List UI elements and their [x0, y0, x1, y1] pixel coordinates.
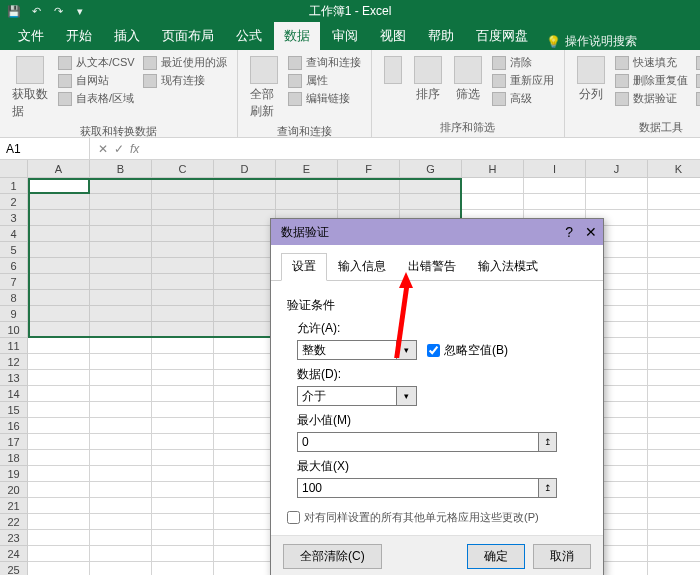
cell[interactable]	[648, 562, 700, 575]
tab-ime-mode[interactable]: 输入法模式	[467, 253, 549, 280]
cell[interactable]	[28, 242, 90, 258]
col-header[interactable]: J	[586, 160, 648, 178]
cell[interactable]	[214, 194, 276, 210]
cell[interactable]	[648, 498, 700, 514]
cancel-button[interactable]: 取消	[533, 544, 591, 569]
cell[interactable]	[90, 210, 152, 226]
cell[interactable]	[276, 178, 338, 194]
cell[interactable]	[214, 210, 276, 226]
redo-icon[interactable]: ↷	[50, 3, 66, 19]
cell[interactable]	[214, 322, 276, 338]
col-header[interactable]: F	[338, 160, 400, 178]
row-header[interactable]: 20	[0, 482, 28, 498]
tab-data[interactable]: 数据	[274, 22, 320, 50]
cell[interactable]	[28, 370, 90, 386]
cell[interactable]	[214, 450, 276, 466]
row-headers[interactable]: 1234567891011121314151617181920212223242…	[0, 178, 28, 575]
cell[interactable]	[152, 242, 214, 258]
manage-model-button[interactable]: 管理数	[694, 90, 700, 107]
row-header[interactable]: 15	[0, 402, 28, 418]
sort-button[interactable]: 排序	[410, 54, 446, 105]
existing-conn-button[interactable]: 现有连接	[141, 72, 229, 89]
data-validation-button[interactable]: 数据验证	[613, 90, 690, 107]
cell[interactable]	[214, 434, 276, 450]
tab-baidu[interactable]: 百度网盘	[466, 22, 538, 50]
cell[interactable]	[648, 210, 700, 226]
cell[interactable]	[214, 386, 276, 402]
cell[interactable]	[152, 466, 214, 482]
row-header[interactable]: 17	[0, 434, 28, 450]
col-header[interactable]: K	[648, 160, 700, 178]
row-header[interactable]: 4	[0, 226, 28, 242]
cell[interactable]	[152, 562, 214, 575]
cell[interactable]	[28, 498, 90, 514]
cell[interactable]	[214, 418, 276, 434]
cell[interactable]	[90, 546, 152, 562]
cell[interactable]	[214, 290, 276, 306]
cell[interactable]	[524, 178, 586, 194]
cell[interactable]	[90, 562, 152, 575]
cell[interactable]	[90, 242, 152, 258]
chevron-down-icon[interactable]: ▾	[397, 386, 417, 406]
cell[interactable]	[648, 242, 700, 258]
cell[interactable]	[90, 466, 152, 482]
cell[interactable]	[28, 450, 90, 466]
cell[interactable]	[648, 258, 700, 274]
cell[interactable]	[648, 530, 700, 546]
cell[interactable]	[214, 530, 276, 546]
cell[interactable]	[214, 338, 276, 354]
cell[interactable]	[214, 562, 276, 575]
cell[interactable]	[214, 178, 276, 194]
cell[interactable]	[214, 274, 276, 290]
cell[interactable]	[214, 546, 276, 562]
cell[interactable]	[28, 194, 90, 210]
remove-dup-button[interactable]: 删除重复值	[613, 72, 690, 89]
cell[interactable]	[28, 226, 90, 242]
cell[interactable]	[90, 274, 152, 290]
from-table-button[interactable]: 自表格/区域	[56, 90, 137, 107]
cell[interactable]	[90, 370, 152, 386]
cell[interactable]	[214, 258, 276, 274]
cell[interactable]	[28, 354, 90, 370]
tab-home[interactable]: 开始	[56, 22, 102, 50]
cell[interactable]	[28, 546, 90, 562]
recent-sources-button[interactable]: 最近使用的源	[141, 54, 229, 71]
cell[interactable]	[648, 482, 700, 498]
row-header[interactable]: 8	[0, 290, 28, 306]
cell[interactable]	[214, 370, 276, 386]
cell[interactable]	[648, 386, 700, 402]
cell[interactable]	[648, 322, 700, 338]
tab-review[interactable]: 审阅	[322, 22, 368, 50]
row-header[interactable]: 9	[0, 306, 28, 322]
cell[interactable]	[28, 210, 90, 226]
cell[interactable]	[648, 434, 700, 450]
cell[interactable]	[90, 178, 152, 194]
cell[interactable]	[648, 466, 700, 482]
cell[interactable]	[586, 194, 648, 210]
tab-view[interactable]: 视图	[370, 22, 416, 50]
cell[interactable]	[214, 242, 276, 258]
cell[interactable]	[214, 466, 276, 482]
row-header[interactable]: 22	[0, 514, 28, 530]
clear-filter-button[interactable]: 清除	[490, 54, 556, 71]
cancel-formula-icon[interactable]: ✕	[98, 142, 108, 156]
cell[interactable]	[90, 354, 152, 370]
cell[interactable]	[338, 178, 400, 194]
cell[interactable]	[90, 434, 152, 450]
cell[interactable]	[28, 178, 90, 194]
from-web-button[interactable]: 自网站	[56, 72, 137, 89]
select-all-corner[interactable]	[0, 160, 28, 178]
tab-insert[interactable]: 插入	[104, 22, 150, 50]
cell[interactable]	[648, 306, 700, 322]
cell[interactable]	[90, 498, 152, 514]
cell[interactable]	[90, 418, 152, 434]
advanced-button[interactable]: 高级	[490, 90, 556, 107]
row-header[interactable]: 19	[0, 466, 28, 482]
close-icon[interactable]: ✕	[585, 224, 597, 240]
cell[interactable]	[214, 226, 276, 242]
cell[interactable]	[152, 322, 214, 338]
cell[interactable]	[400, 178, 462, 194]
data-combo[interactable]: ▾	[297, 386, 417, 406]
cell[interactable]	[586, 178, 648, 194]
cell[interactable]	[90, 514, 152, 530]
